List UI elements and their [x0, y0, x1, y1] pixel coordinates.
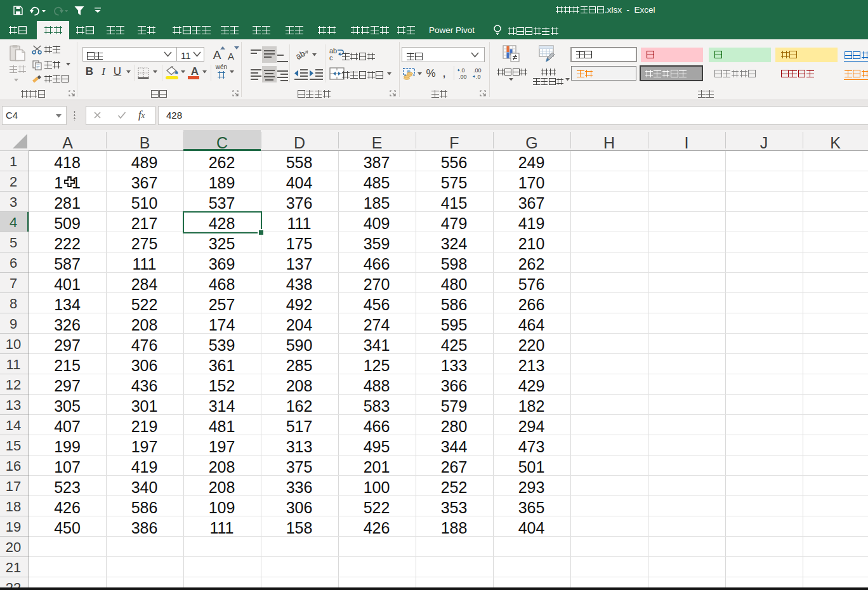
svg-text:.00: .00: [459, 74, 467, 79]
svg-text:.0: .0: [476, 74, 481, 79]
svg-text:.0: .0: [460, 67, 465, 74]
svg-text:c: c: [329, 54, 333, 62]
svg-text:ab: ab: [296, 49, 306, 62]
svg-text:.00: .00: [473, 67, 482, 74]
